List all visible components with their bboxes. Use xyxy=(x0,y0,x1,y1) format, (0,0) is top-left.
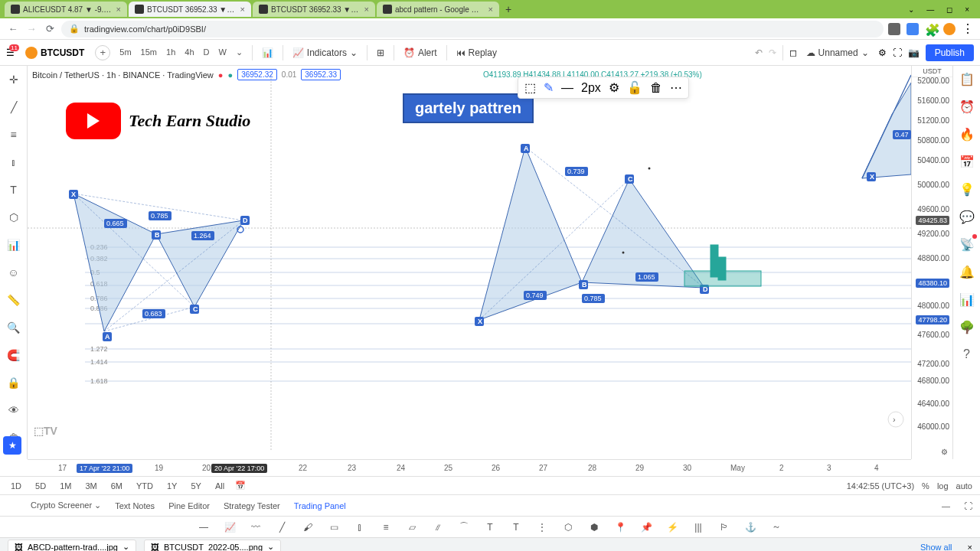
browser-tab-1[interactable]: ALICEUSDT 4.87 ▼ -9.81% usma× xyxy=(5,2,127,17)
close-icon[interactable]: × xyxy=(116,5,121,14)
maximize-icon[interactable]: ◻ xyxy=(946,5,952,14)
tool-arc[interactable]: ⌒ xyxy=(456,520,472,535)
range-all[interactable]: All xyxy=(212,480,227,492)
lock-tool[interactable]: 🔒 xyxy=(5,373,23,392)
chevron-down-icon[interactable]: ⌄ xyxy=(908,5,914,14)
menu-icon[interactable]: ☰11 xyxy=(6,47,15,58)
tool-channel[interactable]: ⫽ xyxy=(430,520,446,535)
dom-icon[interactable]: 📊 xyxy=(959,291,975,308)
eye-tool[interactable]: 👁 xyxy=(5,401,23,419)
text-tool[interactable]: T xyxy=(5,181,23,199)
line-icon[interactable]: — xyxy=(561,81,573,95)
show-all-downloads[interactable]: Show all xyxy=(920,543,952,552)
range-ytd[interactable]: YTD xyxy=(133,480,156,492)
hotlist-icon[interactable]: 🔥 xyxy=(959,126,975,142)
replay-button[interactable]: ⏮ Replay xyxy=(453,46,500,60)
camera-icon[interactable]: 📷 xyxy=(908,47,920,58)
browser-tab-3[interactable]: BTCUSDT 36952.33 ▼ -6.9% —× xyxy=(253,2,375,17)
panel-strategy-tester[interactable]: Strategy Tester xyxy=(224,501,280,510)
zoom-tool[interactable]: 🔍 xyxy=(5,318,23,337)
chart-type-button[interactable]: 📊 xyxy=(259,46,276,60)
more-icon[interactable]: ⋯ xyxy=(670,80,682,95)
tool-wave[interactable]: ⚡ xyxy=(665,520,680,535)
menu-icon[interactable]: ⋮ xyxy=(962,21,974,36)
help-icon[interactable]: ? xyxy=(959,346,975,363)
tool-note[interactable]: T xyxy=(508,520,524,535)
chat-icon[interactable]: 💬 xyxy=(959,208,975,225)
pitchfork-tool[interactable]: ⫾ xyxy=(5,153,23,171)
minimize-icon[interactable]: — xyxy=(926,5,934,14)
range-1d[interactable]: 1D xyxy=(8,480,24,492)
fullscreen-icon[interactable]: ⛶ xyxy=(893,47,902,58)
back-button[interactable]: ← xyxy=(6,22,20,36)
layout-button[interactable]: ◻ xyxy=(789,47,797,58)
tf-15m[interactable]: 15m xyxy=(138,46,160,59)
add-symbol-button[interactable]: + xyxy=(95,45,110,60)
close-icon[interactable]: × xyxy=(240,5,245,14)
close-icon[interactable]: × xyxy=(364,5,369,14)
color-icon[interactable]: ✎ xyxy=(544,80,554,95)
tf-d[interactable]: D xyxy=(201,46,213,59)
scale-auto[interactable]: auto xyxy=(956,481,972,491)
close-icon[interactable]: × xyxy=(488,5,493,14)
tool-abcd[interactable]: ⬢ xyxy=(586,520,602,535)
tool-zigzag[interactable]: 〰 xyxy=(248,520,263,535)
pattern-tool[interactable]: ⬡ xyxy=(5,208,23,227)
settings-icon[interactable]: ⚙ xyxy=(878,47,887,58)
emoji-tool[interactable]: ☺ xyxy=(5,263,23,282)
expand-panel-icon[interactable]: ⛶ xyxy=(964,501,972,510)
lock-icon[interactable]: 🔓 xyxy=(627,80,642,95)
minimize-panel-icon[interactable]: — xyxy=(942,501,950,510)
templates-button[interactable]: ⊞ xyxy=(374,46,387,60)
axis-settings-icon[interactable]: ⚙ xyxy=(941,448,948,456)
line-width[interactable]: 2px xyxy=(581,81,601,95)
trendline-tool[interactable]: ╱ xyxy=(5,98,23,116)
redo-button[interactable]: ↷ xyxy=(769,47,776,58)
alerts-icon[interactable]: ⏰ xyxy=(959,98,975,115)
download-item[interactable]: 🖼ABCD-pattern-trad....jpg⌄ xyxy=(8,540,136,551)
price-axis[interactable]: USDT 52000.00 51600.00 51200.00 50800.00… xyxy=(911,66,952,459)
chart-area[interactable]: Bitcoin / TetherUS · 1h · BINANCE · Trad… xyxy=(28,66,911,459)
tool-sep[interactable]: ⋮ xyxy=(534,520,550,535)
object-tree-icon[interactable]: 🌳 xyxy=(959,318,975,335)
cursor-tool[interactable]: ✛ xyxy=(5,70,23,89)
layout-name[interactable]: ☁ Unnamed ⌄ xyxy=(803,46,872,60)
settings-icon[interactable]: ⚙ xyxy=(609,80,619,95)
reload-button[interactable]: ⟳ xyxy=(43,22,57,36)
extension-icon[interactable] xyxy=(906,23,919,35)
measure-tool[interactable]: 📏 xyxy=(5,291,23,309)
tool-rect[interactable]: ▭ xyxy=(326,520,341,535)
forward-button[interactable]: → xyxy=(24,22,38,36)
fib-tool[interactable]: ≡ xyxy=(5,126,23,144)
panel-text-notes[interactable]: Text Notes xyxy=(115,501,155,510)
url-input[interactable]: 🔒tradingview.com/chart/p0iD9SBI/ xyxy=(61,21,884,37)
tool-flag[interactable]: 🏳 xyxy=(717,520,732,535)
panel-trading[interactable]: Trading Panel xyxy=(294,501,346,510)
browser-tab-4[interactable]: abcd pattern - Google Search× xyxy=(377,2,499,17)
publish-button[interactable]: Publish xyxy=(926,44,974,61)
tool-short[interactable]: 📌 xyxy=(639,520,654,535)
tf-1h[interactable]: 1h xyxy=(163,46,178,59)
star-icon[interactable]: ★ xyxy=(3,436,21,455)
tool-para[interactable]: ▱ xyxy=(404,520,420,535)
scale-log[interactable]: log xyxy=(937,481,949,491)
forecast-tool[interactable]: 📊 xyxy=(5,236,23,254)
tool-ray[interactable]: ╱ xyxy=(274,520,289,535)
tool-brush[interactable]: 🖌 xyxy=(300,520,315,535)
tool-bars[interactable]: ||| xyxy=(691,520,706,535)
notifications-icon[interactable]: 🔔 xyxy=(959,263,975,280)
watchlist-icon[interactable]: 📋 xyxy=(959,70,975,87)
range-1m[interactable]: 1M xyxy=(57,480,74,492)
tool-text[interactable]: T xyxy=(482,520,498,535)
range-5d[interactable]: 5D xyxy=(32,480,49,492)
symbol-selector[interactable]: BTCUSDT xyxy=(21,45,89,60)
tf-4h[interactable]: 4h xyxy=(181,46,197,59)
style-icon[interactable]: ⬚ xyxy=(524,80,536,95)
range-1y[interactable]: 1Y xyxy=(164,480,180,492)
alert-button[interactable]: ⏰ Alert xyxy=(400,46,440,60)
tool-curve[interactable]: ～ xyxy=(769,520,784,535)
download-item[interactable]: 🖼BTCUSDT_2022-05....png⌄ xyxy=(144,540,281,551)
range-3m[interactable]: 3M xyxy=(82,480,100,492)
browser-tab-2[interactable]: BTCUSDT 36952.33 ▼ -6.9% Un× xyxy=(129,2,251,17)
delete-icon[interactable]: 🗑 xyxy=(650,81,662,95)
